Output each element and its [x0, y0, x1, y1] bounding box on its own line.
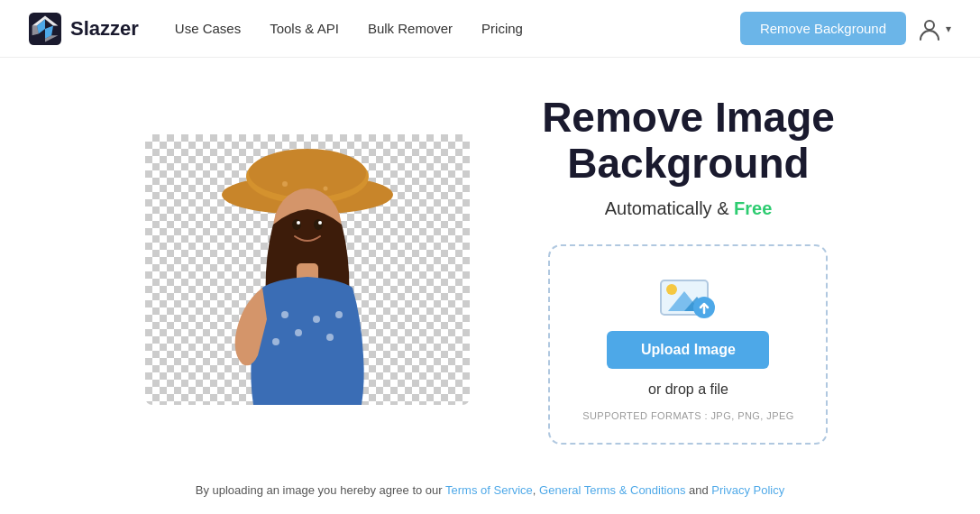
svg-point-16: [292, 219, 301, 230]
upload-image-icon: [659, 273, 717, 318]
nav-tools-api[interactable]: Tools & API: [270, 21, 339, 36]
upload-image-button[interactable]: Upload Image: [607, 331, 769, 369]
nav-links: Use Cases Tools & API Bulk Remover Prici…: [175, 21, 523, 36]
svg-point-11: [295, 329, 302, 336]
svg-point-17: [314, 219, 323, 230]
brand-name: Slazzer: [70, 17, 139, 41]
chevron-down-icon: ▾: [946, 23, 951, 35]
hero-title: Remove Image Background: [542, 95, 835, 186]
svg-point-15: [335, 311, 343, 318]
svg-point-6: [324, 187, 328, 191]
hero-subtitle-free: Free: [734, 198, 772, 218]
drop-file-text: or drop a file: [648, 381, 728, 398]
nav-pricing[interactable]: Pricing: [481, 21, 523, 36]
svg-point-10: [281, 311, 289, 318]
privacy-policy-link[interactable]: Privacy Policy: [711, 483, 784, 497]
hero-subtitle: Automatically & Free: [605, 198, 773, 219]
hero-section: Remove Image Background Automatically & …: [542, 95, 835, 445]
svg-point-5: [282, 181, 288, 187]
remove-background-button[interactable]: Remove Background: [740, 12, 906, 45]
hero-subtitle-prefix: Automatically &: [605, 198, 734, 218]
main-content: Remove Image Background Automatically & …: [0, 58, 980, 473]
hero-title-line1: Remove Image: [542, 94, 835, 141]
user-icon: [917, 16, 942, 41]
footer-note: By uploading an image you hereby agree t…: [0, 473, 980, 514]
logo[interactable]: Slazzer: [29, 13, 139, 45]
upload-box: Upload Image or drop a file SUPPORTED FO…: [548, 244, 828, 445]
svg-point-12: [313, 316, 320, 323]
footer-and: and: [685, 483, 711, 497]
nav-right: Remove Background ▾: [740, 12, 951, 45]
general-terms-link[interactable]: General Terms & Conditions: [539, 483, 685, 497]
svg-point-1: [925, 21, 934, 30]
svg-point-19: [318, 221, 322, 225]
footer-prefix: By uploading an image you hereby agree t…: [196, 483, 445, 497]
svg-point-14: [272, 338, 279, 345]
logo-icon: [29, 13, 61, 45]
nav-left: Slazzer Use Cases Tools & API Bulk Remov…: [29, 13, 523, 45]
hero-title-line2: Background: [567, 140, 809, 187]
user-menu[interactable]: ▾: [917, 16, 951, 41]
demo-image: [145, 134, 470, 405]
woman-illustration: [190, 139, 425, 405]
navbar: Slazzer Use Cases Tools & API Bulk Remov…: [0, 0, 980, 58]
svg-point-13: [326, 334, 334, 341]
terms-of-service-link[interactable]: Terms of Service: [445, 483, 533, 497]
nav-use-cases[interactable]: Use Cases: [175, 21, 241, 36]
svg-point-18: [297, 221, 300, 225]
nav-bulk-remover[interactable]: Bulk Remover: [368, 21, 453, 36]
supported-formats-text: SUPPORTED FORMATS : JPG, PNG, JPEG: [582, 410, 794, 421]
svg-point-21: [666, 284, 677, 295]
